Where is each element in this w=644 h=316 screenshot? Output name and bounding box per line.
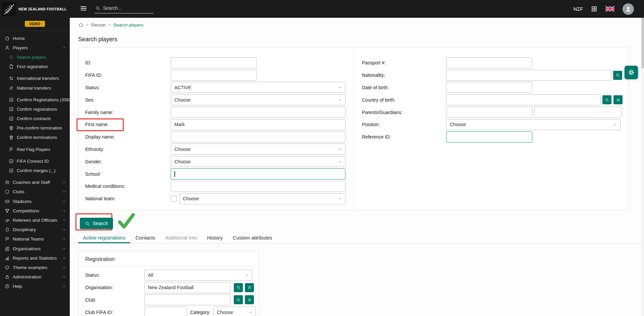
sidebar-item-home[interactable]: Home xyxy=(0,34,70,43)
parent-guardian-1-input[interactable] xyxy=(446,107,532,118)
country-of-birth-clear-button[interactable] xyxy=(613,95,623,104)
sidebar-item-label: Stadiums xyxy=(13,199,32,204)
sidebar-item-label: National transfers xyxy=(17,86,51,91)
fifa-id-input[interactable] xyxy=(171,70,257,81)
sidebar-item-players[interactable]: Players xyxy=(0,43,70,52)
sidebar-item-referees-and-officials[interactable]: Referees and Officials xyxy=(0,215,70,225)
sidebar-item-confirm-contracts[interactable]: Confirm contracts xyxy=(0,114,70,123)
sidebar-item-label: Search players xyxy=(17,55,46,60)
sidebar-nav: Home Players Search players First regist… xyxy=(0,33,70,316)
settings-flyout-button[interactable] xyxy=(625,66,638,79)
id-input[interactable] xyxy=(171,57,257,68)
family-name-input[interactable] xyxy=(171,107,345,118)
tab-contacts[interactable]: Contacts xyxy=(131,232,160,243)
club-search-button[interactable] xyxy=(234,295,243,304)
first-name-label: First name: xyxy=(85,122,171,127)
search-button[interactable]: Search xyxy=(80,218,113,229)
sidebar-item-disciplinary[interactable]: Disciplinary xyxy=(0,225,70,234)
topbar-right: NZF xyxy=(574,3,644,15)
nationality-input[interactable] xyxy=(446,70,611,81)
sidebar-item-help[interactable]: Help xyxy=(0,282,70,291)
reference-id-input[interactable] xyxy=(446,131,532,143)
registration-panel: Registration Status: All Organisation: xyxy=(78,251,259,316)
flag-icon xyxy=(9,147,14,152)
sidebar-item-confirm-terminations[interactable]: Confirm terminations xyxy=(0,133,70,142)
sidebar-item-stadiums[interactable]: Stadiums xyxy=(0,197,70,206)
breadcrumb-person[interactable]: Person xyxy=(91,22,106,28)
sidebar-item-confirm-registrations[interactable]: Confirm registrations xyxy=(0,104,70,114)
sidebar-item-international-transfers[interactable]: International transfers xyxy=(0,74,70,83)
school-input[interactable] xyxy=(171,168,345,179)
sidebar-item-theme-examples[interactable]: Theme examples xyxy=(0,263,70,272)
scrollbar-thumb[interactable] xyxy=(641,18,644,68)
status-value: ACTIVE xyxy=(174,85,192,90)
tab-history[interactable]: History xyxy=(202,232,227,243)
sidebar-item-red-flag-players[interactable]: Red Flag Players xyxy=(0,145,70,154)
passport-input[interactable] xyxy=(446,57,532,68)
nationality-search-button[interactable] xyxy=(613,71,622,80)
position-select[interactable]: Choose xyxy=(446,119,621,130)
national-team-checkbox[interactable] xyxy=(171,196,177,202)
sidebar-item-reports-and-statistics[interactable]: Reports and Statistics xyxy=(0,253,70,263)
first-name-input[interactable] xyxy=(171,119,345,130)
chevron-down-icon xyxy=(62,190,66,194)
sidebar-item-confirm-merges[interactable]: Confirm merges (...) xyxy=(0,166,70,175)
sidebar-item-organisations[interactable]: Organisations xyxy=(0,244,70,253)
sex-select[interactable]: Choose xyxy=(171,94,345,105)
sidebar-item-label: Administration xyxy=(13,274,42,279)
sidebar-item-clubs[interactable]: Clubs xyxy=(0,187,70,197)
sidebar-item-label: Confirm contracts xyxy=(17,116,51,121)
country-of-birth-search-button[interactable] xyxy=(602,95,611,104)
club-clear-button[interactable] xyxy=(245,295,254,304)
menu-toggle-button[interactable] xyxy=(79,5,88,13)
sidebar-item-national-transfers[interactable]: National transfers xyxy=(0,83,70,93)
sidebar-item-fifa-connect-id[interactable]: FIFA Connect ID xyxy=(0,156,70,166)
medical-conditions-input[interactable] xyxy=(171,181,345,192)
tab-active-registrations[interactable]: Active registrations xyxy=(78,232,130,243)
sidebar-item-administration[interactable]: Administration xyxy=(0,272,70,282)
chevron-down-icon xyxy=(338,159,342,164)
apps-grid-icon[interactable] xyxy=(591,6,597,12)
sidebar-item-label: Confirm merges (...) xyxy=(17,168,56,173)
category-select[interactable]: Choose xyxy=(213,307,256,316)
stadium-icon xyxy=(5,199,10,204)
search-icon xyxy=(95,6,100,11)
language-flag-icon[interactable] xyxy=(605,6,614,12)
whistle-icon xyxy=(5,218,10,223)
page-title: Search players xyxy=(78,36,117,43)
organisation-clear-button[interactable] xyxy=(245,283,254,292)
global-search-input[interactable] xyxy=(103,5,149,11)
sidebar-item-confirm-registrations-count[interactable]: Confirm Registrations (3082) xyxy=(0,95,70,104)
parent-guardian-2-input[interactable] xyxy=(534,107,622,118)
tab-additional-info[interactable]: Additional info xyxy=(161,232,202,243)
sidebar-item-search-players[interactable]: Search players xyxy=(0,52,70,62)
sidebar-item-competitions[interactable]: Competitions xyxy=(0,206,70,215)
sidebar-item-first-registration[interactable]: First registration xyxy=(0,62,70,71)
club-input[interactable] xyxy=(144,294,230,305)
person-icon xyxy=(625,6,632,12)
display-name-input[interactable] xyxy=(171,131,345,143)
sidebar-item-pre-confirm-termination[interactable]: Pre-confirm termination xyxy=(0,123,70,133)
ethnicity-select[interactable]: Choose xyxy=(171,144,345,155)
club-fifa-id-input[interactable] xyxy=(144,307,187,316)
pennant-flag-icon xyxy=(5,236,10,242)
sidebar-item-national-teams[interactable]: National Teams xyxy=(0,234,70,244)
organisation-search-button[interactable] xyxy=(234,283,243,292)
card-icon xyxy=(5,227,10,232)
sidebar-item-label: FIFA Connect ID xyxy=(17,159,49,164)
sidebar-item-label: Confirm Registrations (3082) xyxy=(17,97,70,102)
user-avatar[interactable] xyxy=(623,3,634,15)
registration-status-select[interactable]: All xyxy=(144,270,252,281)
date-of-birth-input[interactable] xyxy=(446,82,532,93)
home-icon[interactable] xyxy=(78,22,84,28)
status-select[interactable]: ACTIVE xyxy=(171,82,345,93)
vertical-scrollbar[interactable] xyxy=(641,18,644,316)
gender-select[interactable]: Choose xyxy=(171,156,345,167)
sidebar-item-coaches-and-staff[interactable]: Coaches and Staff xyxy=(0,178,70,187)
organisation-input[interactable] xyxy=(144,282,230,293)
national-team-select[interactable]: Choose xyxy=(179,193,345,204)
search-icon xyxy=(605,98,609,102)
country-of-birth-input[interactable] xyxy=(446,94,601,105)
annotation-green-checkmark xyxy=(117,212,136,230)
tab-custom-attributes[interactable]: Custom attributes xyxy=(228,232,277,243)
